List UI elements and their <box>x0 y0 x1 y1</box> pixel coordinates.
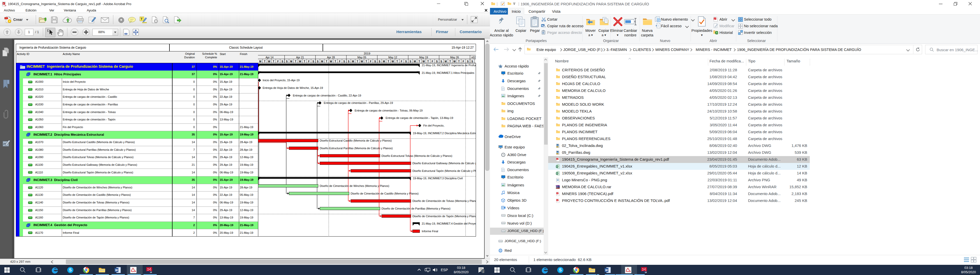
svg-text:n02: n02 <box>471 55 476 58</box>
svg-text:May 05: May 05 <box>357 55 366 58</box>
svg-text:2019: 2019 <box>364 52 370 55</box>
svg-text:S: S <box>317 60 318 63</box>
svg-text:19-May-19, INCIMMET.3 Discipl: 19-May-19, INCIMMET.3 Disciplina Civil <box>413 177 463 180</box>
svg-text:DWG: DWG <box>557 153 559 154</box>
svg-text:T: T <box>427 60 429 63</box>
svg-text:T: T <box>326 60 327 63</box>
svg-text:Diseño Estructural Tapón (Memo: Diseño Estructural Tapón (Memoria de Cál… <box>412 169 476 172</box>
svg-text:W: W <box>422 60 425 63</box>
svg-text:21-May-19, INCIMMET.1 Hitos P: 21-May-19, INCIMMET.1 Hitos Principales <box>422 71 474 74</box>
svg-text:T: T <box>304 60 305 63</box>
svg-text:S: S <box>343 60 345 63</box>
svg-text:M: M <box>445 60 447 63</box>
svg-text:M: M <box>321 60 323 63</box>
svg-text:M: M <box>259 60 261 63</box>
svg-text:F: F <box>277 60 279 63</box>
svg-text:W: W <box>330 60 332 63</box>
svg-text:19: 19 <box>150 272 152 273</box>
svg-text:S: S <box>441 60 442 63</box>
svg-text:T: T <box>356 60 358 63</box>
svg-text:Entrega de cargas de cimentaci: Entrega de cargas de cimentación - Casti… <box>293 94 361 97</box>
svg-text:T: T <box>366 60 367 63</box>
svg-text:S: S <box>467 60 469 63</box>
svg-text:S: S <box>282 60 283 63</box>
svg-text:Entrega de cargas de cimentaci: Entrega de cargas de cimentación - Tapón… <box>385 116 453 119</box>
svg-text:S: S <box>286 60 288 63</box>
svg-text:F: F <box>431 60 433 63</box>
svg-text:T: T <box>264 60 266 63</box>
svg-text:M: M <box>352 60 354 63</box>
svg-text:T: T <box>449 60 451 63</box>
svg-text:W: W <box>115 269 118 272</box>
svg-text:M: M <box>290 60 292 63</box>
svg-text:T: T <box>396 60 398 63</box>
svg-text:19-May-19, INCIMMET.2 Discipl: 19-May-19, INCIMMET.2 Disciplina Mecánic… <box>413 131 476 134</box>
svg-text:Entrega de Hoja de Datos de Wi: Entrega de Hoja de Datos de Winche, 15-A… <box>262 86 323 89</box>
svg-text:May 12: May 12 <box>388 55 397 58</box>
svg-text:T: T <box>273 60 274 63</box>
svg-text:S: S <box>374 60 376 63</box>
svg-text:W: W <box>268 60 270 63</box>
svg-text:W: W <box>361 60 363 63</box>
svg-text:T: T <box>387 60 389 63</box>
svg-text:F: F <box>463 60 464 63</box>
svg-text:Apr 14: Apr 14 <box>266 55 273 58</box>
svg-text:S: S <box>436 60 438 63</box>
svg-text:T: T <box>418 60 420 63</box>
svg-text:M: M <box>414 60 416 63</box>
svg-text:Entrega de cargas de cimentaci: Entrega de cargas de cimentación - Parri… <box>324 101 393 104</box>
svg-text:Diseño Estructural Castillo (M: Diseño Estructural Castillo (Memoria de … <box>320 139 391 142</box>
svg-text:F: F <box>308 60 310 63</box>
svg-text:May 26: May 26 <box>450 55 459 58</box>
svg-text:S: S <box>471 60 473 63</box>
svg-text:F: F <box>339 60 340 63</box>
svg-text:F: F <box>370 60 371 63</box>
svg-text:W: W <box>391 60 394 63</box>
svg-text:Diseño de Cimentación de Casti: Diseño de Cimentación de Castillo (Memor… <box>350 192 418 195</box>
svg-text:S: S <box>405 60 407 63</box>
svg-text:F: F <box>401 60 402 63</box>
svg-text:Fin del Proyecto,: Fin del Proyecto, <box>423 124 444 127</box>
svg-text:Diseño Estructural Galloway (M: Diseño Estructural Galloway (Memoria de … <box>412 162 476 165</box>
svg-text:Informe Final: Informe Final <box>422 229 438 232</box>
svg-text:W: W <box>453 60 456 63</box>
svg-text:Diseño de Cimentación de Parri: Diseño de Cimentación de Parrillas (Memo… <box>381 207 450 210</box>
svg-text:Apr 28: Apr 28 <box>327 55 335 58</box>
svg-text:Diseño de Cimentación de Tolva: Diseño de Cimentación de Tolvas (Memoria… <box>412 199 476 202</box>
svg-text:1: 1 <box>482 270 484 273</box>
svg-text:W: W <box>299 60 301 63</box>
svg-text:S: S <box>379 60 380 63</box>
svg-text:Inicio del Proyecto, 15-Apr-19: Inicio del Proyecto, 15-Apr-19 <box>262 79 300 82</box>
svg-text:M: M <box>383 60 385 63</box>
svg-text:S: S <box>409 60 411 63</box>
svg-text:T: T <box>141 17 143 21</box>
svg-text:Diseño de Cimentación de Winch: Diseño de Cimentación de Winches (Memori… <box>320 184 389 187</box>
svg-text:21-May-19, INCIMMET Ingenierí: 21-May-19, INCIMMET Ingeniería de Profun… <box>422 64 476 67</box>
svg-text:S: S <box>312 60 314 63</box>
svg-text:Apr 21: Apr 21 <box>296 55 304 58</box>
svg-text:T: T <box>458 60 460 63</box>
svg-text:W: W <box>605 269 608 272</box>
svg-text:Diseño Estructural Parrillas (: Diseño Estructural Parrillas (Memoria de… <box>320 146 393 150</box>
svg-text:Entrega de cargas de cimentaci: Entrega de cargas de cimentación - Tolva… <box>355 109 422 112</box>
svg-text:S: S <box>559 268 562 272</box>
svg-text:T: T <box>334 60 336 63</box>
svg-text:S: S <box>348 60 349 63</box>
svg-text:Diseño de Cimentación de Tapón: Diseño de Cimentación de Tapón (Memoria … <box>412 214 476 217</box>
svg-text:May 19: May 19 <box>419 55 428 58</box>
svg-text:DWG: DWG <box>557 146 559 147</box>
svg-text:Diseño Estructural Tolvas (Mem: Diseño Estructural Tolvas (Memoria de Cá… <box>381 154 452 157</box>
svg-text:T: T <box>295 60 296 63</box>
svg-text:S: S <box>69 268 72 272</box>
svg-text:21-May-19, INCIMMET.4 Gestión: 21-May-19, INCIMMET.4 Gestión del Proyec… <box>422 222 476 225</box>
svg-text:19: 19 <box>645 272 647 273</box>
